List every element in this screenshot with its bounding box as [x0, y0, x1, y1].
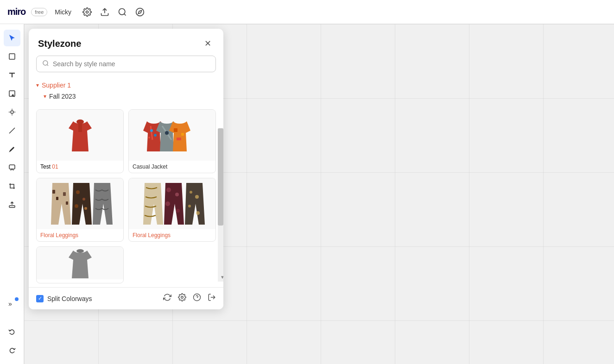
cursor-tool[interactable]: [4, 30, 20, 46]
svg-point-8: [11, 111, 13, 113]
style-card-image: [129, 178, 215, 229]
svg-rect-10: [9, 165, 15, 169]
svg-marker-5: [139, 10, 142, 13]
more-tools[interactable]: »: [4, 295, 20, 312]
frame-tool[interactable]: [4, 48, 20, 65]
style-card-label: Casual Jacket: [129, 161, 215, 173]
svg-line-9: [9, 128, 15, 133]
svg-point-39: [196, 211, 200, 215]
season-row[interactable]: ▾ Fall 2023: [36, 91, 216, 102]
svg-rect-23: [177, 138, 181, 140]
left-sidebar: »: [0, 24, 24, 364]
user-name: Micky: [55, 8, 71, 16]
share-icon[interactable]: [100, 7, 109, 17]
notification-dot: [15, 297, 19, 301]
free-badge: free: [31, 8, 47, 16]
logout-icon[interactable]: [208, 293, 216, 304]
style-card-label: Floral Leggings: [37, 229, 123, 241]
close-button[interactable]: ✕: [201, 37, 214, 50]
panel-footer: ✓ Split Colorways: [29, 287, 223, 309]
svg-rect-22: [181, 133, 184, 136]
search-top-icon[interactable]: [118, 7, 127, 17]
redo-tool[interactable]: [4, 342, 20, 358]
scroll-down-arrow[interactable]: ▼: [218, 272, 223, 282]
svg-point-15: [76, 119, 84, 124]
split-colorways-label[interactable]: ✓ Split Colorways: [36, 295, 92, 302]
settings-footer-icon[interactable]: [178, 293, 186, 304]
panel-title: Stylezone: [38, 38, 81, 49]
svg-rect-11: [9, 206, 15, 207]
season-name: Fall 2023: [49, 93, 76, 100]
style-card-image: [37, 247, 123, 279]
help-icon[interactable]: [193, 293, 201, 304]
svg-rect-27: [66, 201, 68, 205]
top-bar: miro free Micky: [0, 0, 614, 24]
svg-rect-26: [63, 192, 66, 196]
svg-point-17: [150, 129, 153, 132]
style-card-gray-jacket[interactable]: [36, 246, 124, 283]
svg-text:»: »: [8, 300, 12, 308]
search-icon: [42, 60, 49, 68]
undo-tool[interactable]: [4, 323, 20, 340]
sticky-tool[interactable]: [4, 85, 20, 102]
svg-point-18: [154, 134, 157, 137]
svg-point-20: [165, 131, 169, 135]
svg-point-28: [76, 190, 80, 194]
style-card-image: [37, 110, 123, 161]
panel-header: Stylezone ✕: [29, 29, 223, 56]
svg-point-36: [190, 191, 192, 194]
style-card-image: [37, 178, 123, 229]
style-card-floral-leggings-1[interactable]: Floral Leggings: [36, 178, 124, 242]
text-tool[interactable]: [4, 67, 20, 83]
svg-point-0: [86, 11, 89, 13]
svg-point-2: [119, 8, 125, 14]
svg-point-30: [75, 204, 78, 208]
search-container: [29, 56, 223, 78]
link-tool[interactable]: [4, 104, 20, 120]
svg-line-14: [47, 64, 48, 66]
supplier-row[interactable]: ▾ Supplier 1: [36, 80, 216, 91]
svg-point-31: [84, 207, 87, 210]
split-colorways-checkbox[interactable]: ✓: [36, 295, 44, 302]
supplier-chevron: ▾: [36, 82, 39, 88]
tree-section: ▾ Supplier 1 ▾ Fall 2023: [29, 78, 223, 106]
svg-point-35: [176, 209, 180, 213]
style-card-floral-leggings-2[interactable]: Floral Leggings: [128, 178, 216, 242]
search-box: [36, 56, 216, 72]
svg-point-38: [188, 205, 191, 207]
upload-tool[interactable]: [4, 196, 20, 213]
stylezone-panel: Stylezone ✕ ▾ Supplier 1 ▾ Fall 2023: [29, 29, 223, 309]
style-grid: Test 01: [29, 106, 223, 287]
style-card-image: [129, 110, 215, 161]
style-card-label: Floral Leggings: [129, 229, 215, 241]
svg-point-29: [82, 198, 85, 201]
crop-tool[interactable]: [4, 178, 20, 195]
svg-point-4: [136, 8, 144, 16]
svg-point-40: [76, 249, 84, 253]
miro-logo: miro: [7, 6, 25, 17]
settings-icon[interactable]: [82, 7, 92, 17]
refresh-icon[interactable]: [163, 293, 171, 304]
svg-point-13: [43, 61, 48, 65]
svg-rect-25: [56, 197, 58, 200]
svg-rect-16: [78, 124, 82, 132]
footer-icons: [163, 293, 216, 304]
line-tool[interactable]: [4, 122, 20, 139]
svg-point-32: [166, 188, 171, 192]
comment-tool[interactable]: [4, 159, 20, 176]
style-card-test01[interactable]: Test 01: [36, 109, 124, 173]
style-card-casual-jacket[interactable]: Casual Jacket: [128, 109, 216, 173]
svg-point-37: [195, 195, 199, 199]
svg-point-19: [148, 137, 150, 138]
season-chevron: ▾: [44, 93, 46, 100]
compass-icon[interactable]: [135, 7, 145, 17]
svg-rect-21: [174, 128, 177, 132]
search-input[interactable]: [53, 60, 210, 68]
svg-rect-24: [52, 190, 55, 194]
pen-tool[interactable]: [4, 141, 20, 157]
svg-point-33: [175, 193, 179, 196]
style-card-label: Test 01: [37, 161, 123, 173]
toolbar-icons: [82, 7, 145, 17]
svg-line-3: [124, 13, 126, 15]
svg-rect-6: [9, 54, 15, 59]
